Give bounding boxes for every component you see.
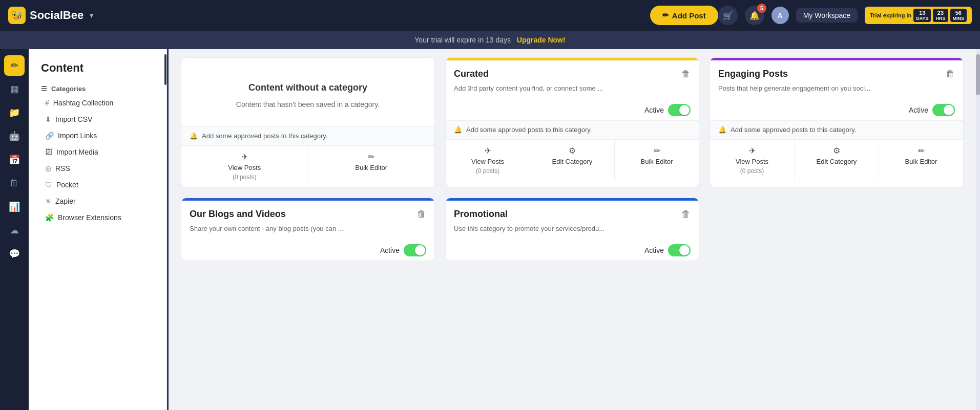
- toggle-engaging[interactable]: [932, 104, 955, 116]
- toggle-knob-blogs: [415, 245, 425, 255]
- card-title-curated: Curated: [454, 69, 489, 79]
- card-title-blogs: Our Blogs and Videos: [190, 209, 286, 220]
- avatar[interactable]: A: [772, 7, 789, 24]
- trial-mins: 56 MINS: [950, 9, 967, 22]
- bulk-editor-engaging-button[interactable]: ✏ Bulk Editor: [879, 140, 963, 181]
- view-posts-curated-button[interactable]: ✈ View Posts (0 posts): [446, 140, 530, 181]
- toggle-promotional[interactable]: [668, 244, 691, 256]
- view-posts-button[interactable]: ✈ View Posts (0 posts): [181, 146, 308, 187]
- toggle-blogs[interactable]: [404, 244, 426, 256]
- send-icon-curated: ✈: [485, 146, 491, 156]
- media-icon: 🖼: [45, 148, 52, 156]
- add-post-button[interactable]: ✏ Add Post: [650, 6, 718, 25]
- sidebar-icon-dashboard[interactable]: ▦: [4, 79, 25, 99]
- upgrade-link[interactable]: Upgrade Now!: [517, 36, 566, 44]
- trial-badge: Trial expiring in 13 DAYS 23 HRS 56 MINS: [865, 7, 972, 24]
- sidebar-item-categories[interactable]: ☰ Categories: [29, 83, 166, 95]
- category-card-curated: Curated 🗑 Add 3rd party content you find…: [445, 57, 699, 187]
- csv-icon: ⬇: [45, 115, 51, 123]
- sidebar-item-rss[interactable]: ◎ RSS: [29, 160, 166, 177]
- send-icon-engaging: ✈: [749, 146, 756, 156]
- sidebar-icon-content[interactable]: ✏: [4, 55, 25, 76]
- bulk-editor-curated-button[interactable]: ✏ Bulk Editor: [615, 140, 699, 181]
- no-category-title: Content without a category: [198, 82, 418, 93]
- delete-promotional-button[interactable]: 🗑: [681, 209, 691, 220]
- sidebar-icon-calendar[interactable]: 📅: [4, 149, 25, 170]
- sidebar-icon-chart[interactable]: 📊: [4, 197, 25, 217]
- hashtag-icon: #: [45, 99, 49, 107]
- rss-icon: ◎: [45, 164, 51, 172]
- delete-engaging-button[interactable]: 🗑: [946, 69, 955, 79]
- workspace-button[interactable]: My Workspace: [796, 8, 858, 23]
- card-header-curated: Curated 🗑: [446, 60, 699, 83]
- logo-area: 🐝 SocialBee ▾: [8, 7, 650, 24]
- toggle-knob-engaging: [944, 105, 954, 115]
- sidebar-item-pocket[interactable]: 🛡 Pocket: [29, 177, 166, 193]
- category-card-promotional: Promotional 🗑 Use this category to promo…: [445, 198, 699, 261]
- bell-button[interactable]: 🔔 5: [745, 6, 764, 25]
- toggle-knob-promotional: [679, 245, 690, 255]
- card-desc-promotional: Use this category to promote your servic…: [446, 224, 699, 240]
- left-panel: Content ☰ Categories # Hashtag Collectio…: [29, 49, 167, 410]
- sidebar-item-import-csv[interactable]: ⬇ Import CSV: [29, 111, 166, 127]
- toggle-knob-curated: [679, 105, 690, 115]
- category-card-no-category: Content without a category Content that …: [181, 57, 435, 187]
- edit-category-curated-button[interactable]: ⚙ Edit Category: [530, 140, 615, 181]
- bell-badge: 5: [757, 4, 766, 13]
- edit-icon: ✏: [662, 11, 669, 20]
- sidebar-icon-cloud[interactable]: ☁: [4, 220, 25, 241]
- card-title-promotional: Promotional: [454, 209, 508, 220]
- icon-sidebar: ✏ ▦ 📁 🤖 📅 🗓 📊 ☁ 💬: [0, 49, 29, 410]
- gear-icon-curated: ⚙: [569, 146, 576, 156]
- trial-timer: 13 DAYS 23 HRS 56 MINS: [913, 9, 967, 22]
- trial-hrs: 23 HRS: [933, 9, 948, 22]
- no-category-desc: Content that hasn't been saved in a cate…: [198, 99, 418, 110]
- top-nav: 🐝 SocialBee ▾ ✏ Add Post 🛒 🔔 5 A My Work…: [0, 0, 980, 31]
- cart-button[interactable]: 🛒: [718, 6, 738, 25]
- view-posts-engaging-button[interactable]: ✈ View Posts (0 posts): [710, 140, 795, 181]
- scrollbar-thumb: [976, 54, 980, 95]
- gear-icon-engaging: ⚙: [833, 146, 840, 156]
- card-header-blogs: Our Blogs and Videos 🗑: [181, 201, 434, 224]
- sidebar-item-browser-extensions[interactable]: 🧩 Browser Extensions: [29, 209, 166, 226]
- card-desc-engaging: Posts that help generate engagement on y…: [710, 83, 963, 100]
- categories-icon: ☰: [41, 85, 47, 93]
- main-content: Content without a category Content that …: [169, 49, 976, 410]
- card-actions-engaging: ✈ View Posts (0 posts) ⚙ Edit Category ✏…: [710, 139, 963, 181]
- app-layout: ✏ ▦ 📁 🤖 📅 🗓 📊 ☁ 💬 Content ☰ Categories #…: [0, 49, 980, 410]
- card-active-row-blogs: Active: [181, 240, 434, 261]
- send-icon: ✈: [241, 152, 248, 162]
- category-card-blogs: Our Blogs and Videos 🗑 Share your own co…: [181, 198, 435, 261]
- delete-curated-button[interactable]: 🗑: [681, 69, 691, 79]
- sidebar-item-import-media[interactable]: 🖼 Import Media: [29, 144, 166, 160]
- edit-category-engaging-button[interactable]: ⚙ Edit Category: [795, 140, 879, 181]
- right-scrollbar[interactable]: [976, 49, 980, 410]
- delete-blogs-button[interactable]: 🗑: [417, 209, 426, 220]
- card-desc-curated: Add 3rd party content you find, or conne…: [446, 83, 699, 100]
- toggle-curated[interactable]: [668, 104, 691, 116]
- card-desc-blogs: Share your own content - any blog posts …: [181, 224, 434, 240]
- card-notification-engaging: 🔔 Add some approved posts to this catego…: [710, 120, 963, 139]
- card-notification: 🔔 Add some approved posts to this catego…: [181, 126, 434, 145]
- bell-small-icon: 🔔: [190, 132, 198, 140]
- sidebar-icon-folder[interactable]: 📁: [4, 102, 25, 123]
- sidebar-item-import-links[interactable]: 🔗 Import Links: [29, 127, 166, 144]
- edit-icon: ✏: [368, 152, 374, 162]
- zapier-icon: ✳: [45, 197, 51, 205]
- card-active-row-promotional: Active: [446, 240, 699, 261]
- trial-days: 13 DAYS: [913, 9, 931, 22]
- sidebar-icon-robot[interactable]: 🤖: [4, 126, 25, 146]
- sidebar-item-hashtag[interactable]: # Hashtag Collection: [29, 95, 166, 111]
- category-card-engaging: Engaging Posts 🗑 Posts that help generat…: [710, 57, 964, 187]
- logo-icon: 🐝: [8, 7, 26, 24]
- no-category-content: Content without a category Content that …: [181, 58, 434, 126]
- bulk-editor-button[interactable]: ✏ Bulk Editor: [308, 146, 435, 187]
- bell-icon-curated: 🔔: [454, 126, 462, 134]
- sidebar-icon-calendar2[interactable]: 🗓: [4, 173, 25, 193]
- edit-icon-engaging: ✏: [918, 146, 925, 156]
- bell-icon-engaging: 🔔: [718, 126, 726, 134]
- sidebar-icon-chat[interactable]: 💬: [4, 244, 25, 264]
- card-header-engaging: Engaging Posts 🗑: [710, 60, 963, 83]
- trial-banner: Your trial will expire in 13 days Upgrad…: [0, 31, 980, 49]
- sidebar-item-zapier[interactable]: ✳ Zapier: [29, 193, 166, 209]
